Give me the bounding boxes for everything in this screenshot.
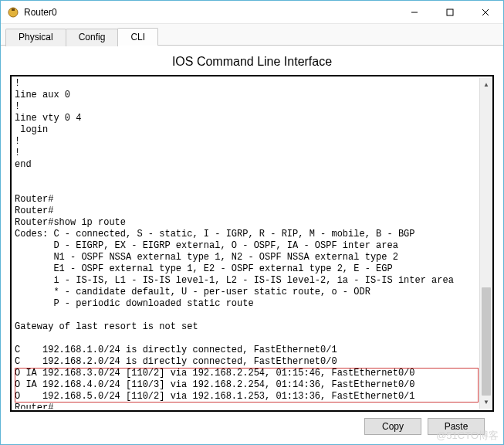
scrollbar[interactable]: ▲ ▼ (479, 78, 492, 409)
scroll-up-button[interactable]: ▲ (480, 78, 492, 91)
copy-button[interactable]: Copy (364, 418, 421, 435)
tab-config[interactable]: Config (66, 29, 119, 46)
terminal-frame: ! line aux 0 ! line vty 0 4 login ! ! en… (10, 75, 494, 412)
cli-heading: IOS Command Line Interface (10, 55, 494, 69)
terminal-output[interactable]: ! line aux 0 ! line vty 0 4 login ! ! en… (15, 78, 479, 409)
tab-cli[interactable]: CLI (117, 28, 158, 46)
cli-panel: IOS Command Line Interface ! line aux 0 … (1, 46, 503, 444)
tab-physical[interactable]: Physical (5, 29, 66, 46)
minimize-button[interactable] (397, 1, 432, 23)
app-icon (7, 6, 19, 19)
svg-rect-3 (447, 9, 453, 15)
app-window: Router0 Physical Config CLI IOS Command … (0, 0, 504, 445)
maximize-button[interactable] (432, 1, 468, 23)
paste-button[interactable]: Paste (428, 418, 485, 435)
scroll-track[interactable] (480, 91, 492, 396)
window-title: Router0 (24, 7, 397, 18)
svg-rect-1 (12, 8, 15, 11)
route-highlight (15, 368, 479, 403)
tab-bar: Physical Config CLI (1, 24, 503, 46)
scroll-thumb[interactable] (482, 287, 491, 396)
titlebar: Router0 (1, 1, 503, 24)
window-controls (397, 1, 503, 23)
scroll-down-button[interactable]: ▼ (480, 396, 492, 409)
close-button[interactable] (468, 1, 503, 23)
action-bar: Copy Paste (10, 412, 494, 438)
